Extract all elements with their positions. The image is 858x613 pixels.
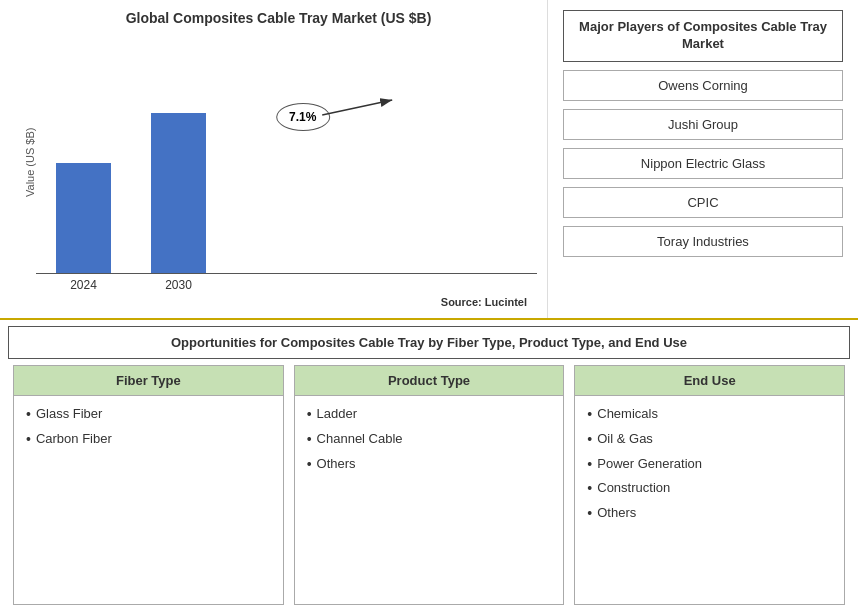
y-axis-label: Value (US $B): [20, 32, 36, 292]
fiber-type-content: • Glass Fiber • Carbon Fiber: [14, 396, 283, 458]
cagr-value: 7.1%: [289, 110, 316, 124]
end-use-chemicals-label: Chemicals: [597, 406, 658, 421]
svg-line-1: [322, 100, 392, 115]
bullet-power: •: [587, 456, 592, 473]
cagr-annotation: 7.1%: [276, 103, 330, 131]
bar-group-2024: [56, 163, 111, 273]
bottom-section: Fiber Type • Glass Fiber • Carbon Fiber …: [0, 365, 858, 613]
bars-row: 7.1%: [36, 93, 537, 273]
bar-2030: [151, 113, 206, 273]
bullet-carbon: •: [26, 431, 31, 448]
bar-2024: [56, 163, 111, 273]
fiber-type-box: Fiber Type • Glass Fiber • Carbon Fiber: [13, 365, 284, 605]
end-use-construction-label: Construction: [597, 480, 670, 495]
bullet-glass: •: [26, 406, 31, 423]
x-axis-labels: 2024 2030: [56, 278, 537, 292]
player-nippon-electric-glass: Nippon Electric Glass: [563, 148, 843, 179]
major-players-area: Major Players of Composites Cable Tray M…: [548, 0, 858, 318]
x-label-2024: 2024: [56, 278, 111, 292]
end-use-others-label: Others: [597, 505, 636, 520]
product-others-label: Others: [317, 456, 356, 471]
player-owens-corning: Owens Corning: [563, 70, 843, 101]
bars-container: 7.1%: [36, 32, 537, 273]
end-use-box: End Use • Chemicals • Oil & Gas • Power …: [574, 365, 845, 605]
fiber-type-header: Fiber Type: [14, 366, 283, 396]
product-type-item-others: • Others: [307, 456, 552, 473]
bullet-chemicals: •: [587, 406, 592, 423]
bullet-ladder: •: [307, 406, 312, 423]
top-section: Global Composites Cable Tray Market (US …: [0, 0, 858, 320]
end-use-item-oil-gas: • Oil & Gas: [587, 431, 832, 448]
chart-inner: 7.1%: [36, 32, 537, 292]
player-toray-industries: Toray Industries: [563, 226, 843, 257]
fiber-type-item-glass: • Glass Fiber: [26, 406, 271, 423]
cagr-arrow-svg: [322, 95, 402, 135]
end-use-item-power: • Power Generation: [587, 456, 832, 473]
bullet-channel: •: [307, 431, 312, 448]
bullet-product-others: •: [307, 456, 312, 473]
bullet-end-others: •: [587, 505, 592, 522]
bar-group-2030: [151, 113, 206, 273]
end-use-power-label: Power Generation: [597, 456, 702, 471]
fiber-carbon-label: Carbon Fiber: [36, 431, 112, 446]
bullet-construction: •: [587, 480, 592, 497]
product-channel-label: Channel Cable: [317, 431, 403, 446]
end-use-header: End Use: [575, 366, 844, 396]
end-use-item-chemicals: • Chemicals: [587, 406, 832, 423]
product-type-item-ladder: • Ladder: [307, 406, 552, 423]
chart-body: Value (US $B) 7.1%: [20, 32, 537, 292]
end-use-item-construction: • Construction: [587, 480, 832, 497]
product-type-content: • Ladder • Channel Cable • Others: [295, 396, 564, 482]
product-type-box: Product Type • Ladder • Channel Cable • …: [294, 365, 565, 605]
player-jushi-group: Jushi Group: [563, 109, 843, 140]
product-type-header: Product Type: [295, 366, 564, 396]
bullet-oil-gas: •: [587, 431, 592, 448]
chart-area: Global Composites Cable Tray Market (US …: [0, 0, 548, 318]
end-use-item-others: • Others: [587, 505, 832, 522]
fiber-glass-label: Glass Fiber: [36, 406, 102, 421]
end-use-content: • Chemicals • Oil & Gas • Power Generati…: [575, 396, 844, 532]
source-text: Source: Lucintel: [20, 296, 537, 308]
chart-title: Global Composites Cable Tray Market (US …: [126, 10, 432, 26]
player-cpic: CPIC: [563, 187, 843, 218]
product-ladder-label: Ladder: [317, 406, 357, 421]
main-wrapper: Global Composites Cable Tray Market (US …: [0, 0, 858, 613]
major-players-title: Major Players of Composites Cable Tray M…: [563, 10, 843, 62]
fiber-type-item-carbon: • Carbon Fiber: [26, 431, 271, 448]
product-type-item-channel: • Channel Cable: [307, 431, 552, 448]
opportunities-banner: Opportunities for Composites Cable Tray …: [8, 326, 850, 359]
end-use-oil-gas-label: Oil & Gas: [597, 431, 653, 446]
x-label-2030: 2030: [151, 278, 206, 292]
